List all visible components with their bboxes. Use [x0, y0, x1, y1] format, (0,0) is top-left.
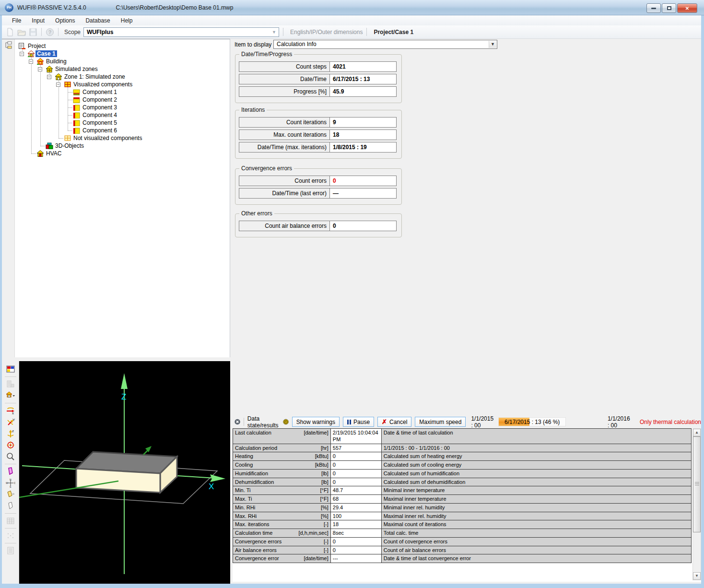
rotate-y-icon[interactable]: Y — [4, 416, 17, 428]
tree-item-label[interactable]: Visualized components — [72, 81, 134, 88]
tree-item-hvac[interactable]: HVAC — [15, 150, 230, 157]
tree-expander[interactable]: − — [20, 52, 24, 56]
objects3d-icon — [46, 142, 53, 149]
tree-item-component-2[interactable]: Component 2 — [15, 96, 230, 104]
panel-white-icon[interactable] — [4, 500, 17, 512]
tree-item-building[interactable]: −Building — [15, 58, 230, 65]
cancel-button[interactable]: ✗ Cancel — [377, 417, 411, 427]
titlebar[interactable]: PH WUFI® PASSIVE V.2.5.4.0 C:\Users\Robe… — [0, 0, 704, 15]
comp3-icon — [73, 119, 81, 126]
tree-item-zone-1-simulated-zone[interactable]: −Zone 1: Simulated zone — [15, 73, 230, 81]
tree-item-simulated-zones[interactable]: −Simulated zones — [15, 65, 230, 73]
tree-item-label[interactable]: Component 5 — [81, 119, 118, 126]
cancel-x-icon: ✗ — [382, 418, 387, 425]
results-lamp-icon[interactable] — [283, 418, 289, 426]
tree-expander[interactable]: − — [56, 82, 60, 87]
component-view-icon[interactable] — [4, 364, 17, 375]
item-to-display-value: Calculation Info — [274, 40, 497, 48]
show-warnings-button[interactable]: Show warnings — [292, 417, 340, 427]
tree-item-component-4[interactable]: Component 4 — [15, 111, 230, 119]
restore-button[interactable] — [662, 3, 676, 13]
tree-expander[interactable]: − — [29, 59, 33, 64]
menu-item-input[interactable]: Input — [26, 16, 50, 25]
scroll-down-icon[interactable]: ▼ — [693, 572, 701, 580]
table-scrollbar[interactable]: ▲ ▼ — [692, 428, 701, 580]
stop-icon[interactable] — [235, 418, 240, 426]
field-value: 4021 — [330, 62, 396, 71]
comp1-icon — [73, 89, 81, 95]
row-label: Heating — [235, 453, 253, 460]
compass-icon[interactable]: NSWO — [4, 477, 17, 489]
tree-item-3d-objects[interactable]: 3D-Objects — [15, 142, 230, 150]
tree-item-label[interactable]: Component 6 — [81, 127, 118, 134]
new-file-icon — [6, 28, 14, 36]
menu-item-help[interactable]: Help — [116, 16, 138, 25]
tree-overview-icon[interactable] — [4, 41, 12, 50]
table-cell-value: 48.7 — [331, 486, 382, 495]
notvis-icon — [64, 135, 71, 141]
item-to-display-combobox[interactable]: Calculation Info ▼ — [273, 40, 497, 49]
menu-item-file[interactable]: File — [7, 16, 26, 25]
maximum-speed-button[interactable]: Maximum speed — [415, 417, 466, 427]
tree-item-label[interactable]: Component 3 — [81, 104, 118, 111]
tree-item-component-5[interactable]: Component 5 — [15, 119, 230, 127]
rotate-x-icon[interactable]: x — [4, 405, 17, 416]
comp3-icon — [73, 127, 81, 134]
tree-connector — [40, 146, 45, 146]
tree-item-component-3[interactable]: Component 3 — [15, 104, 230, 111]
horizontal-splitter[interactable] — [2, 357, 230, 361]
tree-expander[interactable]: − — [38, 67, 42, 71]
item-to-display-bar: Item to display Calculation Info ▼ — [230, 39, 701, 50]
tree-item-label[interactable]: 3D-Objects — [54, 142, 85, 149]
table-cell-value: 2/19/2015 10:04:04 PM — [331, 429, 382, 444]
scope-combobox[interactable]: WUFIplus ▼ — [83, 27, 279, 37]
restore-icon — [667, 6, 671, 10]
building-box — [76, 452, 177, 493]
tree-item-label[interactable]: Component 1 — [81, 89, 118, 95]
close-button[interactable]: ✕ — [677, 3, 697, 13]
tree-item-label[interactable]: Project — [26, 43, 47, 49]
group-iterations: IterationsCount iterations9Max. count it… — [235, 110, 402, 159]
tree-item-label[interactable]: Not visualized components — [72, 135, 143, 141]
table-cell-description: Minimal inner rel. humidity — [382, 504, 692, 512]
tree-item-label[interactable]: HVAC — [45, 150, 63, 157]
breadcrumb: Project/Case 1 — [374, 29, 413, 35]
pause-icon — [347, 420, 351, 424]
scrollbar-thumb[interactable] — [693, 436, 701, 532]
menu-item-options[interactable]: Options — [50, 16, 80, 25]
house-menu-icon[interactable] — [4, 390, 17, 401]
tree-item-label[interactable]: Zone 1: Simulated zone — [63, 73, 127, 80]
tree-item-not-visualized-components[interactable]: Not visualized components — [15, 134, 230, 142]
panel-magenta-icon[interactable] — [4, 466, 17, 477]
center-view-icon[interactable] — [4, 439, 17, 451]
report-icon — [4, 545, 17, 556]
tree-item-label[interactable]: Case 1 — [35, 50, 57, 58]
scroll-up-icon[interactable]: ▲ — [693, 429, 701, 436]
pause-button[interactable]: Pause — [343, 417, 374, 427]
zoom-icon[interactable] — [4, 451, 17, 462]
rotate-z-icon[interactable]: z — [4, 428, 17, 439]
tree-item-component-6[interactable]: Component 6 — [15, 127, 230, 134]
tree-item-visualized-components[interactable]: −Visualized components — [15, 81, 230, 88]
building-icon — [36, 58, 44, 65]
table-cell-value: 68 — [331, 495, 382, 504]
tree-item-label[interactable]: Building — [45, 58, 68, 65]
minimize-button[interactable] — [646, 3, 661, 13]
save-icon — [29, 28, 37, 36]
sim-start-time: 1/1/2015 : 00 — [471, 415, 495, 429]
tree-item-label[interactable]: Component 2 — [81, 96, 118, 103]
field-label: Count air balance errors — [239, 221, 330, 231]
menu-item-database[interactable]: Database — [80, 16, 115, 25]
tree-item-case-1[interactable]: −Case 1 — [15, 50, 230, 58]
tree-item-project[interactable]: Project — [15, 42, 230, 50]
tree-item-component-1[interactable]: Component 1 — [15, 88, 230, 96]
panel-yellow-icon[interactable] — [4, 489, 17, 500]
tree-expander[interactable]: − — [47, 75, 51, 79]
tree-item-label[interactable]: Simulated zones — [54, 66, 99, 72]
menubar: FileInputOptionsDatabaseHelp — [2, 15, 701, 25]
field-value: 9 — [330, 118, 396, 127]
field-label: Progress [%] — [239, 87, 330, 96]
tree-item-label[interactable]: Component 4 — [81, 112, 118, 118]
row-unit: [°F] — [320, 496, 329, 503]
viewport-3d[interactable]: Z X — [19, 361, 230, 584]
